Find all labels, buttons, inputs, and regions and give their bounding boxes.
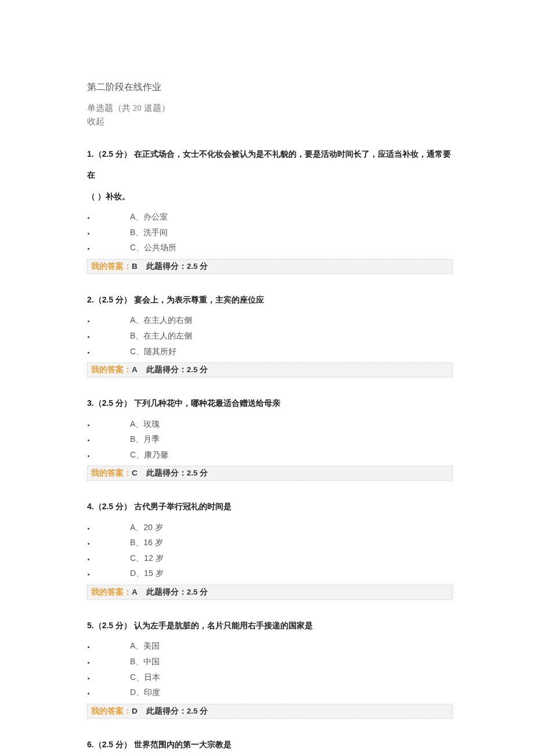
question-text: 3.（2.5 分） 下列几种花中，哪种花最适合赠送给母亲 <box>87 393 453 413</box>
question-number: 5.（2.5 分） <box>87 621 132 630</box>
question-text: 5.（2.5 分） 认为左手是肮脏的，名片只能用右手接递的国家是 <box>87 615 453 636</box>
score-prefix: 此题得分： <box>146 588 187 596</box>
question-2: 2.（2.5 分） 宴会上，为表示尊重，主宾的座位应 A、在主人的右侧 B、在主… <box>87 289 453 377</box>
option-d[interactable]: D、印度 <box>95 685 453 700</box>
question-text: 4.（2.5 分） 古代男子举行冠礼的时间是 <box>87 496 453 517</box>
option-b[interactable]: B、洗手间 <box>95 225 453 240</box>
question-body: 宴会上，为表示尊重，主宾的座位应 <box>132 295 264 304</box>
question-body: 认为左手是肮脏的，名片只能用右手接递的国家是 <box>132 621 313 630</box>
score-prefix: 此题得分： <box>146 262 187 271</box>
score-value: 2.5 <box>187 707 198 715</box>
question-number: 6.（2.5 分） <box>87 740 132 749</box>
page-container: 第二阶段在线作业 单选题（共 20 道题） 收起 1.（2.5 分） 在正式场合… <box>0 0 534 756</box>
page-title: 第二阶段在线作业 <box>87 81 453 93</box>
answer-row: 我的答案：A 此题得分：2.5 分 <box>87 362 453 377</box>
options-list: A、办公室 B、洗手间 C、公共场所 <box>87 209 453 255</box>
question-number: 4.（2.5 分） <box>87 502 132 511</box>
answer-label: 我的答案： <box>91 365 132 374</box>
option-b[interactable]: B、中国 <box>95 654 453 669</box>
answer-label: 我的答案： <box>91 262 132 271</box>
answer-value: D <box>132 707 138 715</box>
answer-value: A <box>132 365 138 374</box>
option-a[interactable]: A、玫瑰 <box>95 416 453 432</box>
score-value: 2.5 <box>187 588 198 596</box>
spacer <box>140 365 145 374</box>
question-5: 5.（2.5 分） 认为左手是肮脏的，名片只能用右手接递的国家是 A、美国 B、… <box>87 615 453 719</box>
answer-row: 我的答案：D 此题得分：2.5 分 <box>87 704 453 719</box>
score-value: 2.5 <box>187 469 198 477</box>
option-b[interactable]: B、月季 <box>95 431 453 447</box>
option-a[interactable]: A、办公室 <box>95 209 453 225</box>
score-value: 2.5 <box>187 262 198 271</box>
option-b[interactable]: B、在主人的左侧 <box>95 328 453 344</box>
question-4: 4.（2.5 分） 古代男子举行冠礼的时间是 A、20 岁 B、16 岁 C、1… <box>87 496 453 600</box>
options-list: A、在主人的右侧 B、在主人的左侧 C、随其所好 <box>87 312 453 359</box>
option-c[interactable]: C、公共场所 <box>95 240 453 255</box>
question-text: 1.（2.5 分） 在正式场合，女士不化妆会被认为是不礼貌的，要是活动时间长了，… <box>87 143 453 186</box>
score-suffix: 分 <box>198 469 208 477</box>
question-text-line2: （ ）补妆。 <box>87 186 453 207</box>
option-b[interactable]: B、16 岁 <box>95 535 453 550</box>
question-number: 2.（2.5 分） <box>87 295 132 304</box>
question-6: 6.（2.5 分） 世界范围内的第一大宗教是 <box>87 734 453 755</box>
spacer <box>140 588 145 596</box>
score-prefix: 此题得分： <box>146 365 187 374</box>
score-suffix: 分 <box>198 588 208 596</box>
question-body: 下列几种花中，哪种花最适合赠送给母亲 <box>132 398 280 408</box>
question-body: 古代男子举行冠礼的时间是 <box>132 502 232 511</box>
question-text: 6.（2.5 分） 世界范围内的第一大宗教是 <box>87 734 453 755</box>
answer-value: A <box>132 588 138 596</box>
score-suffix: 分 <box>198 707 208 715</box>
question-text: 2.（2.5 分） 宴会上，为表示尊重，主宾的座位应 <box>87 289 453 310</box>
option-c[interactable]: C、12 岁 <box>95 550 453 566</box>
score-prefix: 此题得分： <box>146 469 187 477</box>
question-number: 3.（2.5 分） <box>87 398 132 408</box>
answer-value: B <box>132 262 138 271</box>
option-c[interactable]: C、日本 <box>95 669 453 685</box>
answer-row: 我的答案：A 此题得分：2.5 分 <box>87 585 453 600</box>
spacer <box>140 262 145 271</box>
option-a[interactable]: A、在主人的右侧 <box>95 312 453 328</box>
option-c[interactable]: C、随其所好 <box>95 344 453 359</box>
option-a[interactable]: A、美国 <box>95 638 453 654</box>
score-prefix: 此题得分： <box>146 707 187 715</box>
question-body: 世界范围内的第一大宗教是 <box>132 740 232 749</box>
question-3: 3.（2.5 分） 下列几种花中，哪种花最适合赠送给母亲 A、玫瑰 B、月季 C… <box>87 393 453 481</box>
answer-value: C <box>132 469 138 477</box>
answer-row: 我的答案：B 此题得分：2.5 分 <box>87 259 453 274</box>
question-number: 1.（2.5 分） <box>87 149 132 159</box>
score-suffix: 分 <box>198 262 208 271</box>
spacer <box>140 469 145 477</box>
option-a[interactable]: A、20 岁 <box>95 520 453 535</box>
answer-row: 我的答案：C 此题得分：2.5 分 <box>87 466 453 481</box>
options-list: A、玫瑰 B、月季 C、康乃馨 <box>87 416 453 463</box>
collapse-toggle[interactable]: 收起 <box>87 116 453 127</box>
spacer <box>140 707 145 715</box>
answer-label: 我的答案： <box>91 707 132 715</box>
score-suffix: 分 <box>198 365 208 374</box>
option-d[interactable]: D、15 岁 <box>95 566 453 581</box>
question-1: 1.（2.5 分） 在正式场合，女士不化妆会被认为是不礼貌的，要是活动时间长了，… <box>87 143 453 274</box>
question-body: 在正式场合，女士不化妆会被认为是不礼貌的，要是活动时间长了，应适当补妆，通常要在 <box>87 149 451 179</box>
question-type-header: 单选题（共 20 道题） <box>87 103 453 114</box>
score-value: 2.5 <box>187 365 198 374</box>
answer-label: 我的答案： <box>91 469 132 477</box>
option-c[interactable]: C、康乃馨 <box>95 447 453 463</box>
options-list: A、美国 B、中国 C、日本 D、印度 <box>87 638 453 700</box>
answer-label: 我的答案： <box>91 588 132 596</box>
options-list: A、20 岁 B、16 岁 C、12 岁 D、15 岁 <box>87 520 453 581</box>
